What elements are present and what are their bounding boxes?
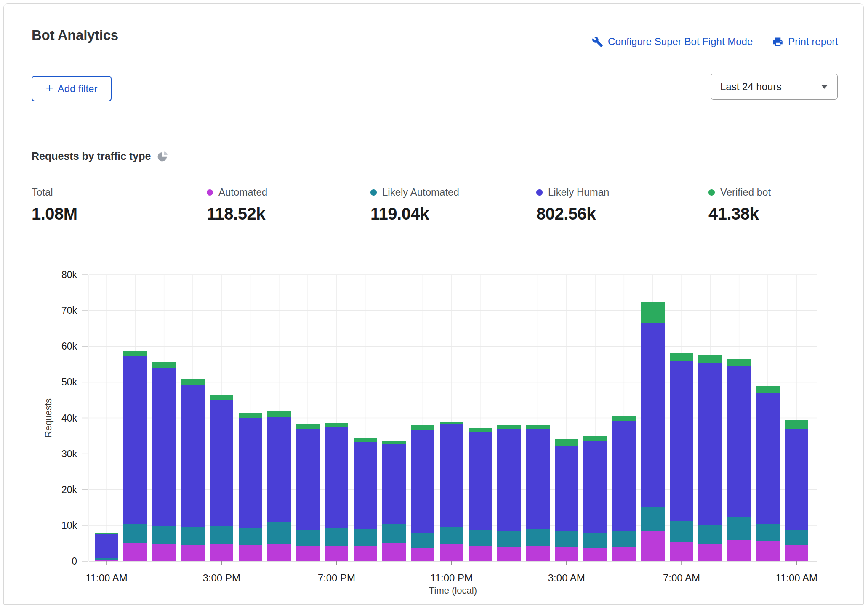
bar-segment[interactable]	[526, 546, 550, 561]
bar-segment[interactable]	[152, 362, 176, 368]
bar-segment[interactable]	[756, 393, 780, 525]
bar-segment[interactable]	[785, 429, 808, 530]
bar-segment[interactable]	[382, 441, 406, 445]
bar-segment[interactable]	[785, 530, 808, 545]
bar-segment[interactable]	[698, 363, 722, 525]
bar-segment[interactable]	[727, 540, 751, 561]
bar-segment[interactable]	[382, 444, 406, 524]
bar-segment[interactable]	[267, 411, 291, 417]
bar-segment[interactable]	[123, 351, 147, 356]
bar-segment[interactable]	[583, 548, 607, 561]
bar-segment[interactable]	[698, 525, 722, 544]
bar-segment[interactable]	[583, 533, 607, 548]
bar-segment[interactable]	[670, 521, 693, 542]
bar-segment[interactable]	[555, 446, 578, 531]
bar-segment[interactable]	[95, 534, 118, 558]
bar-segment[interactable]	[296, 424, 320, 429]
bar-segment[interactable]	[267, 544, 291, 561]
bar-segment[interactable]	[181, 379, 205, 385]
bar-segment[interactable]	[583, 441, 607, 533]
bar-segment[interactable]	[123, 524, 147, 543]
bar-segment[interactable]	[181, 385, 205, 527]
bar-segment[interactable]	[497, 429, 521, 531]
bar-segment[interactable]	[296, 546, 320, 561]
bar-segment[interactable]	[95, 533, 118, 535]
bar-segment[interactable]	[267, 417, 291, 522]
bar-segment[interactable]	[497, 425, 521, 429]
bar-segment[interactable]	[210, 544, 233, 561]
bar-segment[interactable]	[612, 531, 636, 547]
stat-verified-bot[interactable]: Verified bot 41.38k	[694, 184, 771, 223]
bar-segment[interactable]	[670, 542, 693, 561]
stat-automated[interactable]: Automated 118.52k	[192, 184, 356, 223]
time-range-dropdown[interactable]: Last 24 hours	[711, 74, 838, 100]
bar-segment[interactable]	[239, 413, 262, 418]
bar-segment[interactable]	[239, 418, 262, 528]
bar-segment[interactable]	[325, 546, 348, 561]
bar-segment[interactable]	[325, 528, 348, 546]
bar-segment[interactable]	[152, 526, 176, 544]
bar-segment[interactable]	[181, 527, 205, 545]
bar-segment[interactable]	[670, 353, 693, 361]
bar-segment[interactable]	[411, 430, 434, 533]
bar-segment[interactable]	[727, 517, 751, 540]
bar-segment[interactable]	[641, 531, 665, 561]
bar-segment[interactable]	[440, 424, 463, 527]
bar-segment[interactable]	[756, 541, 780, 561]
bar-segment[interactable]	[698, 355, 722, 363]
bar-segment[interactable]	[612, 421, 636, 531]
bar-segment[interactable]	[785, 420, 808, 429]
bar-segment[interactable]	[469, 432, 492, 530]
bar-segment[interactable]	[785, 545, 808, 561]
bar-segment[interactable]	[727, 366, 751, 517]
bar-segment[interactable]	[411, 425, 434, 429]
bar-segment[interactable]	[325, 423, 348, 428]
bar-segment[interactable]	[382, 543, 406, 561]
add-filter-button[interactable]: + Add filter	[32, 76, 112, 101]
bar-segment[interactable]	[555, 547, 578, 561]
bar-segment[interactable]	[296, 429, 320, 530]
bar-segment[interactable]	[411, 533, 434, 549]
bar-segment[interactable]	[382, 524, 406, 542]
bar-segment[interactable]	[181, 545, 205, 561]
bar-segment[interactable]	[555, 439, 578, 446]
bar-segment[interactable]	[526, 425, 550, 429]
bar-segment[interactable]	[641, 323, 665, 507]
bar-segment[interactable]	[440, 544, 463, 561]
bar-segment[interactable]	[612, 416, 636, 421]
bar-segment[interactable]	[440, 527, 463, 544]
bar-segment[interactable]	[727, 359, 751, 366]
bar-segment[interactable]	[497, 531, 521, 547]
bar-segment[interactable]	[239, 545, 262, 561]
bar-segment[interactable]	[354, 442, 377, 529]
bar-segment[interactable]	[641, 302, 665, 323]
bar-segment[interactable]	[497, 547, 521, 561]
print-report-link[interactable]: Print report	[772, 36, 838, 48]
stat-likely-automated[interactable]: Likely Automated 119.04k	[356, 184, 522, 223]
bar-segment[interactable]	[152, 544, 176, 561]
bar-segment[interactable]	[354, 438, 377, 442]
bar-segment[interactable]	[210, 395, 233, 400]
bar-segment[interactable]	[612, 547, 636, 561]
bar-segment[interactable]	[756, 524, 780, 541]
bar-segment[interactable]	[641, 507, 665, 531]
bar-segment[interactable]	[325, 427, 348, 528]
bar-segment[interactable]	[267, 522, 291, 544]
bar-segment[interactable]	[123, 543, 147, 561]
bar-segment[interactable]	[210, 526, 233, 544]
stat-likely-human[interactable]: Likely Human 802.56k	[522, 184, 694, 223]
bar-segment[interactable]	[526, 529, 550, 546]
bar-segment[interactable]	[555, 531, 578, 547]
bar-segment[interactable]	[469, 428, 492, 432]
bar-segment[interactable]	[123, 356, 147, 523]
bar-segment[interactable]	[526, 429, 550, 529]
bar-segment[interactable]	[152, 368, 176, 526]
bar-segment[interactable]	[583, 436, 607, 441]
bar-segment[interactable]	[239, 528, 262, 545]
bar-segment[interactable]	[469, 530, 492, 546]
bar-segment[interactable]	[756, 386, 780, 393]
bar-segment[interactable]	[440, 422, 463, 424]
bar-segment[interactable]	[698, 544, 722, 561]
bar-segment[interactable]	[670, 361, 693, 521]
bar-segment[interactable]	[210, 400, 233, 526]
